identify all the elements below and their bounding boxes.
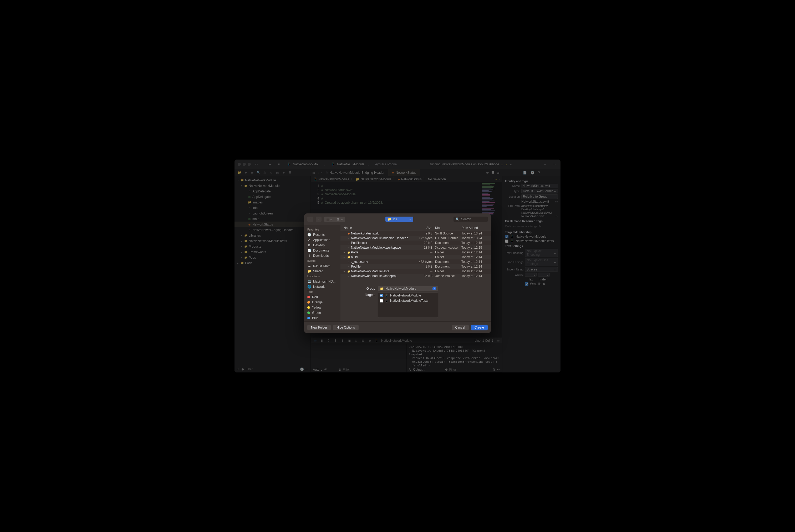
tree-item[interactable]: ◆NetworkStatus xyxy=(234,222,310,227)
file-row[interactable]: ▫Podfile.lock22 KBDocumentToday at 12:15 xyxy=(340,241,491,245)
sidebar-tag[interactable]: Yellow xyxy=(304,305,340,310)
variables-filter-input[interactable] xyxy=(343,368,404,372)
forward-icon[interactable]: › xyxy=(498,177,499,181)
disclosure-icon[interactable]: ▸ xyxy=(236,262,239,264)
new-folder-button[interactable]: New Folder xyxy=(307,325,331,330)
text-encoding-select[interactable]: No Explicit Encoding⌄ xyxy=(525,249,558,257)
debug-target[interactable]: NativeNetworkModule xyxy=(381,339,412,342)
file-row[interactable]: ▸📁NativeNetworkModuleTests--FolderToday … xyxy=(340,269,491,273)
search-field[interactable]: 🔍 xyxy=(454,216,488,222)
console-filter-input[interactable] xyxy=(449,368,491,372)
cancel-button[interactable]: Cancel xyxy=(452,325,469,330)
sidebar-location[interactable]: 📄Documents xyxy=(304,248,340,253)
file-row[interactable]: ▸📁build--FolderToday at 12:14 xyxy=(340,255,491,260)
report-navigator-icon[interactable]: ☰ xyxy=(288,170,292,175)
tree-item[interactable]: mmain xyxy=(234,216,310,222)
target-checkbox[interactable] xyxy=(505,240,508,243)
scheme-selector[interactable]: 📱 NativeNetworkMo... 〉 📱 NativeNe...kMod… xyxy=(284,162,399,167)
tab-width-stepper[interactable] xyxy=(525,272,536,277)
file-row[interactable]: ▫Podfile2 KBDocumentToday at 12:14 xyxy=(340,264,491,269)
recent-filter-icon[interactable]: 🕘 xyxy=(300,367,304,371)
jump-2[interactable]: NetworkStatus xyxy=(401,177,422,181)
hide-options-button[interactable]: Hide Options xyxy=(333,325,358,330)
jump-1[interactable]: NativeNetworkModule xyxy=(360,177,391,181)
sidebar-location[interactable]: 🖥Desktop xyxy=(304,243,340,248)
file-row[interactable]: ▫NativeNetworkModule.xcodeproj35 KBXcode… xyxy=(340,273,491,278)
sidebar-tag[interactable]: Green xyxy=(304,310,340,316)
disclosure-icon[interactable]: ▸ xyxy=(240,240,243,242)
jump-bar[interactable]: 📱 NativeNetworkModule 〉 📁 NativeNetworkM… xyxy=(311,176,502,182)
environment-icon[interactable]: ⊞ xyxy=(361,339,365,342)
sidebar-location[interactable]: ⬇Downloads xyxy=(304,253,340,259)
sidebar-tag[interactable]: Red xyxy=(304,294,340,300)
trash-icon[interactable]: 🗑 xyxy=(492,368,496,372)
issue-navigator-icon[interactable]: ⚠ xyxy=(262,170,267,175)
editor-tab[interactable]: hNativeNetworkModule-Bridging-Header xyxy=(323,169,388,176)
sidebar-location[interactable]: ☁iCloud Drive xyxy=(304,263,340,269)
type-select[interactable]: Default - Swift Source⌄ xyxy=(521,189,558,193)
tree-item[interactable]: ▸📁Libraries xyxy=(234,233,310,238)
run-button[interactable]: ▶ xyxy=(266,162,273,167)
debug-navigator-icon[interactable]: ▤ xyxy=(275,170,280,175)
tree-item[interactable]: ▸📁NativeNetworkModuleTests xyxy=(234,238,310,244)
target-checkbox[interactable] xyxy=(380,299,383,303)
sidebar-location[interactable]: 📁Shared xyxy=(304,269,340,274)
tree-item[interactable]: ▫LaunchScreen xyxy=(234,211,310,216)
find-navigator-icon[interactable]: 🔍 xyxy=(256,170,261,175)
column-headers[interactable]: Name Size Kind Date Added xyxy=(340,225,491,231)
step-over-icon[interactable]: ⤵ xyxy=(326,339,331,342)
reload-icon[interactable]: ⟳ xyxy=(486,171,489,174)
eye-icon[interactable]: 👁 xyxy=(324,368,327,372)
col-size[interactable]: Size xyxy=(414,226,433,230)
project-tree[interactable]: ▾📁NativeNetworkModule▾📁NativeNetworkModu… xyxy=(234,176,310,366)
close-window-icon[interactable] xyxy=(238,163,241,166)
tree-item[interactable]: ▫Info xyxy=(234,205,310,211)
related-items-icon[interactable]: ⊞ xyxy=(311,171,317,174)
reveal-icon[interactable]: ➜ xyxy=(555,214,558,218)
location-select[interactable]: Relative to Group⌄ xyxy=(521,194,558,199)
toggle-navigator-icon[interactable]: ▭ xyxy=(253,162,260,167)
tree-item[interactable]: ▸📁Pods xyxy=(234,255,310,260)
filter-input[interactable] xyxy=(246,367,298,371)
warning-icon[interactable]: ▲ xyxy=(495,178,497,180)
tree-item[interactable]: ▸📁Products xyxy=(234,244,310,249)
sidebar-location[interactable]: 💻Macintosh HD... xyxy=(304,279,340,284)
tree-item[interactable]: ▾📁NativeNetworkModule xyxy=(234,183,310,188)
col-kind[interactable]: Kind xyxy=(433,226,459,230)
view-debug-icon[interactable]: ▣ xyxy=(347,339,351,342)
pause-icon[interactable]: ⏸ xyxy=(320,339,324,342)
warning-icon[interactable]: ▲ xyxy=(505,163,507,166)
disclosure-icon[interactable]: ▸ xyxy=(344,270,347,272)
warning-icon[interactable]: ▲ xyxy=(501,163,504,166)
back-button[interactable]: ‹ xyxy=(307,216,313,222)
icon-view-button[interactable]: ⊞ ⌄ xyxy=(335,216,345,222)
source-control-icon[interactable]: ◆ xyxy=(243,170,248,175)
tree-item[interactable]: hNativeNetwor...dging-Header xyxy=(234,227,310,233)
sidebar-location[interactable]: AApplications xyxy=(304,238,340,243)
tree-item[interactable]: mAppDelegate xyxy=(234,194,310,200)
col-name[interactable]: Name xyxy=(344,226,414,230)
test-navigator-icon[interactable]: ◇ xyxy=(269,170,273,175)
disclosure-icon[interactable]: ▸ xyxy=(240,256,243,259)
target-checkbox[interactable] xyxy=(380,294,383,297)
console-output[interactable]: 2023-05-16 12:39:05.798477+0100 NativeNe… xyxy=(407,344,503,367)
toggle-bottom-icon[interactable]: ▭ xyxy=(497,368,500,372)
auto-scope[interactable]: Auto ⌄ xyxy=(313,368,323,372)
file-row[interactable]: ▫NativeNetworkModule.xcworkspace18 KBXco… xyxy=(340,245,491,250)
add-editor-icon[interactable]: ⊞ xyxy=(497,171,499,174)
choose-path-icon[interactable]: ▭ xyxy=(555,200,558,204)
minimize-window-icon[interactable] xyxy=(243,163,246,166)
indent-using-select[interactable]: Spaces⌄ xyxy=(525,267,558,272)
disclosure-icon[interactable]: ▾ xyxy=(240,185,243,187)
forward-icon[interactable]: › xyxy=(320,171,323,174)
location-icon[interactable]: ◈ xyxy=(367,339,372,342)
disclosure-icon[interactable]: ▸ xyxy=(240,234,243,237)
name-value[interactable]: NetworkStatus.swift xyxy=(521,184,558,188)
file-row[interactable]: ▫NativeNetworkModule-Bridging-Header.h17… xyxy=(340,236,491,241)
tree-item[interactable]: hAppDelegate xyxy=(234,188,310,194)
disclosure-icon[interactable]: ▾ xyxy=(236,179,239,182)
cloud-icon[interactable]: ☁ xyxy=(509,163,512,166)
file-row[interactable]: ▸📁Pods--FolderToday at 12:14 xyxy=(340,250,491,255)
output-scope[interactable]: All Output ⌄ xyxy=(409,368,426,372)
create-button[interactable]: Create xyxy=(471,325,488,330)
